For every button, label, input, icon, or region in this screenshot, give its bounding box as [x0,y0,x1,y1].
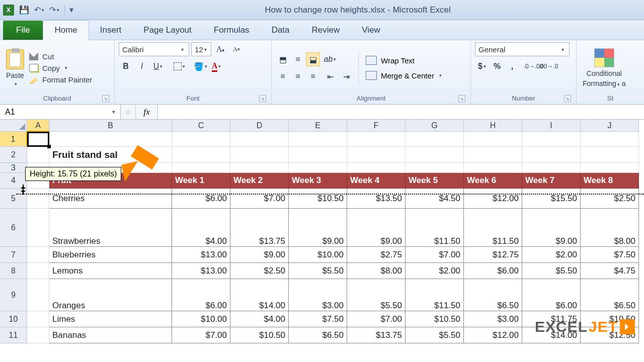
chevron-down-icon[interactable]: ▾ [112,109,115,115]
row-header[interactable]: 3 [0,163,27,173]
save-icon[interactable]: 💾 [19,5,29,15]
accounting-format-button[interactable]: $▾ [475,59,489,73]
cell[interactable] [581,147,639,163]
cell[interactable]: $7.50 [289,311,347,327]
cell[interactable] [522,132,581,147]
cell[interactable]: $8.00 [347,263,406,279]
cell[interactable]: Week 1 [172,173,230,189]
cell[interactable]: $10.50 [230,327,289,343]
cell[interactable] [581,163,639,173]
row-header[interactable]: 7 [0,247,27,263]
align-center-button[interactable]: ≡ [291,69,305,83]
cell[interactable]: $7.00 [406,247,464,263]
cell[interactable]: $5.50 [406,327,464,343]
cell[interactable] [49,132,172,147]
cell[interactable] [27,189,49,209]
orientation-button[interactable]: ab▾ [323,52,337,66]
tab-page-layout[interactable]: Page Layout [132,21,202,40]
cell[interactable] [230,147,289,163]
tab-data[interactable]: Data [261,21,301,40]
column-header[interactable]: A [27,120,49,132]
column-header[interactable]: B [49,120,172,132]
cell[interactable] [27,132,49,147]
decrease-decimal-button[interactable]: .00→.0 [541,59,555,73]
cell[interactable]: $6.50 [581,279,639,311]
cell[interactable]: $14.00 [230,279,289,311]
cell[interactable] [289,163,347,173]
font-color-button[interactable]: A▾ [209,59,223,73]
percent-format-button[interactable]: % [490,59,504,73]
cell[interactable]: Week 3 [289,173,347,189]
align-bottom-button[interactable]: ⬓ [306,52,320,66]
tab-formulas[interactable]: Formulas [203,21,261,40]
cell[interactable]: $6.00 [464,263,522,279]
cell[interactable]: Week 8 [581,173,639,189]
cell[interactable]: $13.75 [347,327,406,343]
merge-center-button[interactable]: Merge & Center▾ [364,70,444,81]
align-top-button[interactable]: ⬒ [276,52,290,66]
cut-button[interactable]: Cut [29,52,92,61]
column-header[interactable]: E [289,120,347,132]
cell[interactable]: Oranges [49,279,172,311]
cell[interactable]: $7.00 [230,189,289,209]
cell[interactable]: Week 6 [464,173,522,189]
cell[interactable]: $5.50 [522,263,581,279]
cell[interactable]: Lemons [49,263,172,279]
cell[interactable] [581,132,639,147]
cell[interactable]: $6.50 [289,327,347,343]
bold-button[interactable]: B [119,59,133,73]
cell[interactable]: Strawberries [49,209,172,247]
copy-button[interactable]: Copy▾ [29,64,92,72]
cell[interactable] [230,163,289,173]
cell[interactable] [27,209,49,247]
cell[interactable]: $6.00 [172,189,230,209]
tab-view[interactable]: View [351,21,391,40]
cell[interactable] [406,132,464,147]
cell[interactable] [289,132,347,147]
row-header[interactable]: 6 [0,209,27,247]
cell[interactable] [230,132,289,147]
cell[interactable]: $2.50 [581,189,639,209]
column-header[interactable]: D [230,120,289,132]
cell[interactable] [27,263,49,279]
cell[interactable] [172,163,230,173]
underline-button[interactable]: U▾ [151,59,165,73]
row-header[interactable]: 2 [0,147,27,163]
cell[interactable]: Week 5 [406,173,464,189]
cell[interactable]: $10.50 [406,311,464,327]
row-header[interactable]: 11 [0,327,27,343]
cell[interactable] [172,132,230,147]
cell[interactable]: $9.00 [289,209,347,247]
cell[interactable]: Week 7 [522,173,581,189]
cell[interactable]: $8.00 [581,209,639,247]
decrease-indent-button[interactable]: ⇤ [323,69,337,83]
cell[interactable]: $3.00 [289,279,347,311]
cell[interactable]: Week 2 [230,173,289,189]
cell[interactable]: $2.00 [522,247,581,263]
tab-insert[interactable]: Insert [89,21,133,40]
fx-icon[interactable]: fx [136,105,158,119]
column-header[interactable]: F [347,120,406,132]
cell[interactable]: $2.50 [230,263,289,279]
cell[interactable] [27,147,49,163]
align-left-button[interactable]: ≡ [276,69,290,83]
cell[interactable]: $4.00 [230,311,289,327]
cell[interactable]: $13.75 [230,209,289,247]
tab-file[interactable]: File [3,21,43,40]
cell[interactable]: $6.00 [172,279,230,311]
cell[interactable]: Limes [49,311,172,327]
cell[interactable] [347,163,406,173]
cell[interactable]: $11.50 [406,209,464,247]
cell[interactable] [464,147,522,163]
number-format-combo[interactable]: General▾ [475,42,570,56]
formula-input[interactable] [158,105,644,119]
cell[interactable]: $5.50 [289,263,347,279]
align-middle-button[interactable]: ≡ [291,52,305,66]
cell[interactable]: $10.00 [289,247,347,263]
cell[interactable]: Blueberries [49,247,172,263]
cell[interactable]: $6.50 [464,279,522,311]
wrap-text-button[interactable]: Wrap Text [364,55,444,66]
cell[interactable] [522,147,581,163]
decrease-font-button[interactable]: A▾ [229,42,244,56]
cell[interactable]: $9.00 [522,209,581,247]
